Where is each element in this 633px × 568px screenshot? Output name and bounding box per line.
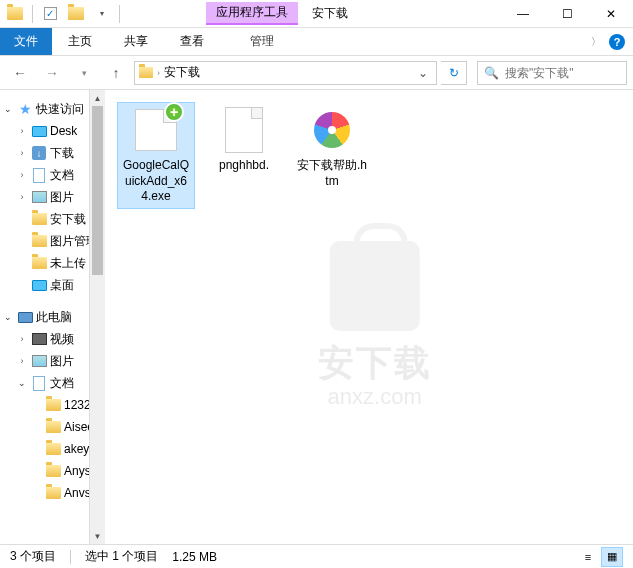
tree-label: 文档 — [50, 167, 74, 184]
help-icon[interactable]: ? — [609, 34, 625, 50]
folder-icon — [4, 3, 26, 25]
pc-icon — [16, 309, 34, 325]
file-label: GoogleCalQuickAdd_x64.exe — [121, 158, 191, 205]
expand-icon[interactable]: › — [16, 192, 28, 202]
search-icon: 🔍 — [484, 66, 499, 80]
search-input[interactable] — [505, 66, 605, 80]
qat-separator — [32, 5, 33, 23]
folder-icon — [30, 255, 48, 271]
window-title: 安下载 — [298, 5, 362, 22]
file-item-htm[interactable]: 安下载帮助.htm — [293, 102, 371, 209]
tree-label: 下载 — [50, 145, 74, 162]
icons-view-button[interactable]: ▦ — [601, 547, 623, 567]
tree-label: 桌面 — [50, 277, 74, 294]
tree-label: Desk — [50, 124, 77, 138]
picture-icon — [30, 189, 48, 205]
folder-icon — [44, 463, 62, 479]
tree-label: 安下载 — [50, 211, 86, 228]
home-tab[interactable]: 主页 — [52, 28, 108, 55]
status-selection: 选中 1 个项目 — [85, 548, 158, 565]
manage-tab[interactable]: 管理 — [234, 28, 290, 55]
expand-icon[interactable]: ⌄ — [2, 312, 14, 322]
plus-badge-icon: + — [164, 102, 184, 122]
expand-icon[interactable]: › — [16, 356, 28, 366]
collapse-ribbon-icon[interactable]: 〉 — [591, 35, 601, 49]
file-item-blank[interactable]: pnghhbd. — [205, 102, 283, 209]
addr-location[interactable]: 安下载 — [164, 64, 200, 81]
explorer-body: ⌄ ★ 快速访问 › Desk › ↓ 下载 › 文档 › 图片 › 安下载 — [0, 90, 633, 544]
addr-folder-icon — [139, 67, 153, 78]
expand-icon[interactable]: › — [16, 126, 28, 136]
scroll-thumb[interactable] — [92, 106, 103, 275]
ribbon-tabs: 文件 主页 共享 查看 管理 〉 ? — [0, 28, 633, 56]
maximize-button[interactable]: ☐ — [545, 0, 589, 28]
view-tab[interactable]: 查看 — [164, 28, 220, 55]
expand-icon[interactable]: › — [16, 148, 28, 158]
up-button[interactable]: ↑ — [102, 59, 130, 87]
address-bar[interactable]: › 安下载 ⌄ — [134, 61, 437, 85]
status-size: 1.25 MB — [172, 550, 217, 564]
expand-icon[interactable]: ⌄ — [16, 378, 28, 388]
items-grid: + GoogleCalQuickAdd_x64.exe pnghhbd. 安下载… — [117, 102, 621, 209]
folder-icon — [44, 441, 62, 457]
tree-label: 未上传 — [50, 255, 86, 272]
scroll-track[interactable] — [90, 106, 105, 528]
content-area[interactable]: 安下载 anxz.com + GoogleCalQuickAdd_x64.exe… — [105, 90, 633, 544]
nav-toolbar: ← → ▾ ↑ › 安下载 ⌄ ↻ 🔍 — [0, 56, 633, 90]
close-button[interactable]: ✕ — [589, 0, 633, 28]
ribbon-context-tab[interactable]: 应用程序工具 — [206, 2, 298, 25]
forward-button[interactable]: → — [38, 59, 66, 87]
history-dropdown[interactable]: ▾ — [70, 59, 98, 87]
htm-icon — [308, 106, 356, 154]
nav-scrollbar[interactable]: ▲ ▼ — [89, 90, 105, 544]
star-icon: ★ — [16, 101, 34, 117]
expand-icon[interactable]: › — [16, 334, 28, 344]
share-tab[interactable]: 共享 — [108, 28, 164, 55]
desktop-icon — [30, 277, 48, 293]
statusbar: 3 个项目 选中 1 个项目 1.25 MB ≡ ▦ — [0, 544, 633, 568]
folder-icon-2 — [65, 3, 87, 25]
properties-checkbox[interactable]: ✓ — [39, 3, 61, 25]
refresh-button[interactable]: ↻ — [441, 61, 467, 85]
desktop-icon — [30, 123, 48, 139]
expand-icon[interactable]: › — [16, 170, 28, 180]
document-icon — [30, 375, 48, 391]
details-view-button[interactable]: ≡ — [577, 547, 599, 567]
exe-icon: + — [132, 106, 180, 154]
qat-separator-2 — [119, 5, 120, 23]
tree-label: 视频 — [50, 331, 74, 348]
status-separator — [70, 550, 71, 564]
expand-icon[interactable]: ⌄ — [2, 104, 14, 114]
window-controls: — ☐ ✕ — [501, 0, 633, 28]
addr-dropdown-icon[interactable]: ⌄ — [414, 66, 432, 80]
file-item-exe[interactable]: + GoogleCalQuickAdd_x64.exe — [117, 102, 195, 209]
back-button[interactable]: ← — [6, 59, 34, 87]
qat-dropdown[interactable]: ▾ — [91, 3, 113, 25]
tree-label: 图片 — [50, 189, 74, 206]
document-icon — [30, 167, 48, 183]
tree-label: 快速访问 — [36, 101, 84, 118]
file-tab[interactable]: 文件 — [0, 28, 52, 55]
blank-file-icon — [220, 106, 268, 154]
view-switcher: ≡ ▦ — [577, 547, 623, 567]
minimize-button[interactable]: — — [501, 0, 545, 28]
folder-icon — [30, 211, 48, 227]
titlebar: ✓ ▾ 应用程序工具 安下载 — ☐ ✕ — [0, 0, 633, 28]
tree-label: 图片 — [50, 353, 74, 370]
folder-icon — [30, 233, 48, 249]
download-icon: ↓ — [30, 145, 48, 161]
chevron-right-icon: › — [157, 68, 160, 78]
scroll-down-icon[interactable]: ▼ — [90, 528, 105, 544]
folder-icon — [44, 397, 62, 413]
search-box[interactable]: 🔍 — [477, 61, 627, 85]
file-label: pnghhbd. — [219, 158, 269, 174]
video-icon — [30, 331, 48, 347]
folder-icon — [44, 485, 62, 501]
folder-icon — [44, 419, 62, 435]
tree-label: 此电脑 — [36, 309, 72, 326]
status-item-count: 3 个项目 — [10, 548, 56, 565]
scroll-up-icon[interactable]: ▲ — [90, 90, 105, 106]
picture-icon — [30, 353, 48, 369]
watermark: 安下载 anxz.com — [318, 241, 432, 410]
file-label: 安下载帮助.htm — [297, 158, 367, 189]
